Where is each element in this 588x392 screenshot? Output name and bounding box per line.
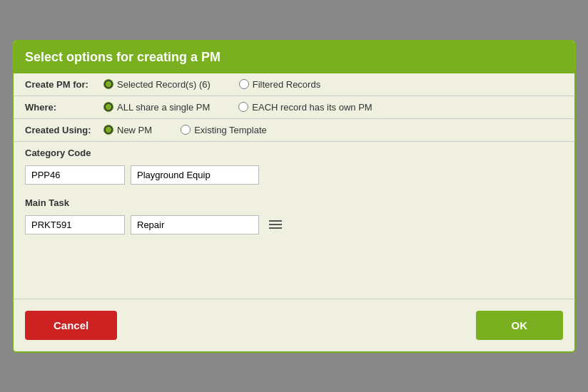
new-pm-option[interactable]: New PM [103, 125, 152, 135]
new-pm-radio[interactable] [103, 125, 113, 135]
main-task-code-input[interactable] [25, 215, 125, 234]
all-single-pm-option[interactable]: ALL share a single PM [103, 102, 210, 113]
category-code-description-input[interactable] [131, 165, 259, 185]
existing-template-option[interactable]: Existing Template [181, 125, 267, 135]
create-pm-dialog: Select options for creating a PM Create … [12, 40, 576, 353]
cancel-button[interactable]: Cancel [25, 311, 117, 340]
all-single-pm-label: ALL share a single PM [117, 102, 210, 113]
main-task-row [14, 211, 574, 242]
each-own-pm-label: EACH record has its own PM [252, 102, 372, 113]
each-own-pm-option[interactable]: EACH record has its own PM [238, 102, 372, 113]
filtered-records-radio[interactable] [239, 79, 249, 89]
created-using-options: New PM Existing Template [103, 125, 563, 135]
where-row: Where: ALL share a single PM EACH record… [14, 96, 574, 119]
existing-template-label: Existing Template [194, 125, 267, 135]
category-code-row [14, 161, 574, 192]
dialog-content-area: Category Code Main Task [14, 142, 574, 299]
dialog-header: Select options for creating a PM [14, 41, 574, 73]
main-task-description-input[interactable] [131, 215, 259, 234]
create-pm-for-row: Create PM for: Selected Record(s) (6) Fi… [14, 73, 574, 96]
all-single-pm-radio[interactable] [103, 102, 113, 112]
selected-records-label: Selected Record(s) (6) [117, 79, 211, 90]
filtered-records-label: Filtered Records [253, 79, 320, 90]
each-own-pm-radio[interactable] [238, 102, 248, 112]
selected-records-radio[interactable] [103, 79, 113, 89]
existing-template-radio[interactable] [181, 125, 191, 135]
where-options: ALL share a single PM EACH record has it… [103, 102, 563, 113]
ok-button[interactable]: OK [476, 311, 564, 340]
category-code-input[interactable] [25, 165, 125, 185]
created-using-row: Created Using: New PM Existing Template [14, 119, 574, 142]
category-code-section-header: Category Code [14, 142, 574, 161]
created-using-label: Created Using: [25, 125, 103, 135]
dialog-title: Select options for creating a PM [25, 50, 563, 65]
dialog-body: Create PM for: Selected Record(s) (6) Fi… [14, 73, 574, 299]
dialog-footer: Cancel OK [14, 299, 574, 351]
filtered-records-option[interactable]: Filtered Records [239, 79, 320, 90]
main-task-section-header: Main Task [14, 192, 574, 211]
list-menu-icon[interactable] [265, 217, 286, 232]
create-pm-for-options: Selected Record(s) (6) Filtered Records [103, 79, 563, 90]
selected-records-option[interactable]: Selected Record(s) (6) [103, 79, 211, 90]
where-label: Where: [25, 102, 103, 113]
new-pm-label: New PM [117, 125, 152, 135]
create-pm-for-label: Create PM for: [25, 79, 103, 90]
